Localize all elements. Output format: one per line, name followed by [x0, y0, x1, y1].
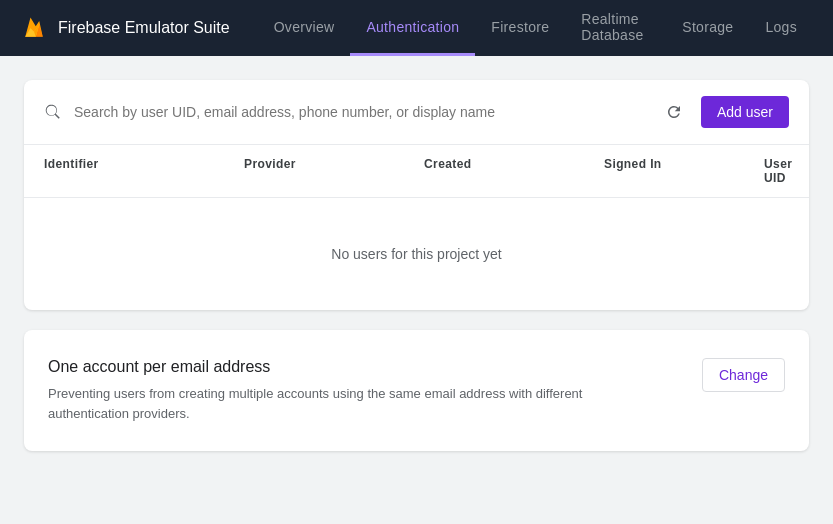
settings-card: One account per email address Preventing…: [24, 330, 809, 451]
table-header: Identifier Provider Created Signed In Us…: [24, 145, 809, 198]
col-user-uid: User UID: [764, 157, 792, 185]
users-card: Add user Identifier Provider Created Sig…: [24, 80, 809, 310]
app-header: Firebase Emulator Suite Overview Authent…: [0, 0, 833, 56]
table-empty-state: No users for this project yet: [24, 198, 809, 310]
tab-logs[interactable]: Logs: [749, 0, 813, 56]
search-icon: [44, 103, 62, 121]
change-button[interactable]: Change: [702, 358, 785, 392]
empty-message: No users for this project yet: [331, 246, 501, 262]
tab-storage[interactable]: Storage: [666, 0, 749, 56]
col-provider: Provider: [244, 157, 424, 185]
search-input[interactable]: [74, 104, 647, 120]
add-user-button[interactable]: Add user: [701, 96, 789, 128]
settings-text: One account per email address Preventing…: [48, 358, 628, 423]
search-bar: Add user: [24, 80, 809, 145]
tab-firestore[interactable]: Firestore: [475, 0, 565, 56]
tab-overview[interactable]: Overview: [258, 0, 351, 56]
app-name: Firebase Emulator Suite: [58, 19, 230, 37]
main-content: Add user Identifier Provider Created Sig…: [0, 56, 833, 475]
firebase-logo-icon: [20, 14, 48, 42]
refresh-button[interactable]: [659, 97, 689, 127]
col-identifier: Identifier: [44, 157, 244, 185]
settings-title: One account per email address: [48, 358, 628, 376]
nav-tabs: Overview Authentication Firestore Realti…: [258, 0, 813, 56]
col-created: Created: [424, 157, 604, 185]
logo-area: Firebase Emulator Suite: [20, 14, 230, 42]
tab-authentication[interactable]: Authentication: [350, 0, 475, 56]
settings-description: Preventing users from creating multiple …: [48, 384, 628, 423]
col-signed-in: Signed In: [604, 157, 764, 185]
tab-realtime-database[interactable]: Realtime Database: [565, 0, 666, 56]
